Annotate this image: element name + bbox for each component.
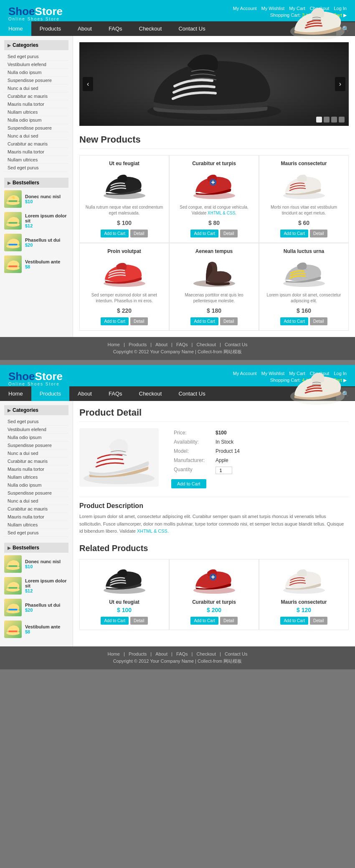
related-add-cart-1[interactable]: Add to Cart	[190, 617, 218, 625]
slider-dot-2[interactable]	[324, 117, 330, 123]
detail-btn-1[interactable]: Detail	[220, 230, 238, 237]
add-to-cart-5[interactable]: Add to Cart	[280, 317, 308, 325]
related-detail-1[interactable]: Detail	[220, 617, 238, 625]
nav-contact-2[interactable]: Contact Us	[170, 386, 213, 401]
cat-item[interactable]: Nullam ultrices	[4, 108, 68, 116]
cat-item[interactable]: Mauris nulla tortor	[4, 100, 68, 108]
slider-dot-1[interactable]	[316, 117, 322, 123]
footer-faqs-2[interactable]: FAQs	[176, 651, 188, 656]
cat-item[interactable]: Suspendisse posuere	[4, 489, 68, 497]
cat-item[interactable]: Mauris nulla tortor	[4, 465, 68, 473]
cat-item[interactable]: Nulla odio ipsum	[4, 434, 68, 442]
add-to-cart-1[interactable]: Add to Cart	[190, 230, 218, 237]
categories-header-2[interactable]: ▶ Categories	[4, 405, 68, 415]
nav-checkout-2[interactable]: Checkout	[131, 386, 170, 401]
slider-prev[interactable]: ‹	[83, 77, 93, 91]
footer-contact-2[interactable]: Contact Us	[225, 651, 247, 656]
detail-btn-0[interactable]: Detail	[130, 230, 148, 237]
my-wishlist-link-2[interactable]: My Wishlist	[261, 371, 285, 376]
footer-about-1[interactable]: About	[155, 342, 167, 347]
slider-next[interactable]: ›	[335, 77, 345, 91]
cat-item[interactable]: Suspendisse posuere	[4, 124, 68, 132]
cat-item[interactable]: Curabitur ac mauris	[4, 140, 68, 148]
cat-item[interactable]: Curabitur ac mauris	[4, 505, 68, 513]
bs-name-2[interactable]: Phasellus ut dui	[25, 237, 60, 243]
footer-products-1[interactable]: Products	[129, 342, 147, 347]
cat-item[interactable]: Sed eget purus	[4, 529, 68, 537]
detail-btn-2[interactable]: Detail	[310, 230, 327, 237]
cat-item[interactable]: Mauris nulla tortor	[4, 148, 68, 156]
footer-contact-1[interactable]: Contact Us	[225, 342, 247, 347]
cat-item[interactable]: Nullam ultrices	[4, 156, 68, 164]
detail-add-cart-btn[interactable]: Add to Cart	[171, 479, 206, 488]
bs-name-3[interactable]: Vestibulum ante	[25, 259, 60, 264]
quantity-input[interactable]	[216, 467, 232, 474]
cat-item[interactable]: Curabitur ac mauris	[4, 457, 68, 465]
nav-products-1[interactable]: Products	[31, 21, 69, 36]
related-detail-0[interactable]: Detail	[130, 617, 148, 625]
desc-xhtml-link[interactable]: XHTML & CSS.	[137, 528, 169, 534]
cat-item[interactable]: Nulla odio ipsum	[4, 481, 68, 489]
cat-item[interactable]: Nunc a dui sed	[4, 84, 68, 92]
nav-checkout-1[interactable]: Checkout	[131, 21, 170, 36]
cat-item[interactable]: Sed eget purus	[4, 418, 68, 426]
bestsellers-header[interactable]: ▶ Bestsellers	[4, 178, 68, 188]
bs-name-2-2[interactable]: Phasellus ut dui	[25, 602, 60, 608]
cat-item[interactable]: Vestibulum elefend	[4, 61, 68, 69]
footer-checkout-2[interactable]: Checkout	[197, 651, 216, 656]
footer-products-2[interactable]: Products	[129, 651, 147, 656]
related-add-cart-2[interactable]: Add to Cart	[280, 617, 308, 625]
nav-faqs-1[interactable]: FAQs	[100, 21, 131, 36]
cat-item[interactable]: Vestibulum elefend	[4, 426, 68, 434]
my-account-link-2[interactable]: My Account	[233, 371, 257, 376]
bs-name-0[interactable]: Donec nunc nisl	[25, 194, 61, 199]
cat-item[interactable]: Nulla odio ipsum	[4, 116, 68, 124]
cat-item[interactable]: Nullam ultrices	[4, 521, 68, 529]
nav-contact-1[interactable]: Contact Us	[170, 21, 213, 36]
add-to-cart-4[interactable]: Add to Cart	[190, 317, 218, 325]
cat-item[interactable]: Suspendisse posuere	[4, 442, 68, 449]
bs-name-2-1[interactable]: Lorem ipsum dolor sit	[25, 578, 68, 588]
detail-btn-5[interactable]: Detail	[310, 317, 327, 325]
my-wishlist-link[interactable]: My Wishlist	[261, 6, 285, 11]
nav-home-2[interactable]: Home	[0, 386, 31, 401]
bs-name-2-0[interactable]: Donec nunc nisl	[25, 559, 61, 564]
cat-item[interactable]: Nunc a dui sed	[4, 449, 68, 457]
footer-checkout-1[interactable]: Checkout	[197, 342, 216, 347]
my-account-link[interactable]: My Account	[233, 6, 257, 11]
bs-info-0: Donec nunc nisl $10	[25, 194, 61, 204]
related-detail-2[interactable]: Detail	[310, 617, 327, 625]
nav-home-1[interactable]: Home	[0, 21, 31, 36]
categories-header[interactable]: ▶ Categories	[4, 40, 68, 50]
footer-faqs-1[interactable]: FAQs	[176, 342, 188, 347]
add-to-cart-0[interactable]: Add to Cart	[101, 230, 129, 237]
nav-products-2[interactable]: Products	[31, 386, 69, 401]
detail-btn-4[interactable]: Detail	[220, 317, 238, 325]
slider-dot-3[interactable]	[331, 117, 337, 123]
add-to-cart-2[interactable]: Add to Cart	[280, 230, 308, 237]
cat-item[interactable]: Sed eget purus	[4, 164, 68, 172]
bestsellers-header-2[interactable]: ▶ Bestsellers	[4, 543, 68, 553]
bs-name-2-3[interactable]: Vestibulum ante	[25, 624, 60, 629]
slider-dot-4[interactable]	[339, 117, 345, 123]
cat-item[interactable]: Suspendisse posuere	[4, 77, 68, 84]
related-add-cart-0[interactable]: Add to Cart	[101, 617, 129, 625]
nav-faqs-2[interactable]: FAQs	[100, 386, 131, 401]
cat-item[interactable]: Nullam ultrices	[4, 473, 68, 481]
bs-name-1[interactable]: Lorem ipsum dolor sit	[25, 213, 68, 223]
nav-about-1[interactable]: About	[69, 21, 100, 36]
add-to-cart-3[interactable]: Add to Cart	[101, 317, 129, 325]
cat-item[interactable]: Curabitur ac mauris	[4, 92, 68, 100]
footer-home-1[interactable]: Home	[108, 342, 120, 347]
cat-item[interactable]: Nunc a dui sed	[4, 497, 68, 505]
nav-about-2[interactable]: About	[69, 386, 100, 401]
cat-item[interactable]: Nunc a dui sed	[4, 132, 68, 140]
cat-item[interactable]: Mauris nulla tortor	[4, 513, 68, 521]
cat-item[interactable]: Sed eget purus	[4, 53, 68, 61]
desc-xhtml-link-1[interactable]: XHTML & CSS	[208, 211, 235, 215]
detail-btn-3[interactable]: Detail	[130, 317, 148, 325]
cat-item[interactable]: Nulla odio ipsum	[4, 69, 68, 77]
footer-about-2[interactable]: About	[155, 651, 167, 656]
footer-home-2[interactable]: Home	[108, 651, 120, 656]
bs-item-1: Lorem ipsum dolor sit $12	[4, 212, 68, 230]
